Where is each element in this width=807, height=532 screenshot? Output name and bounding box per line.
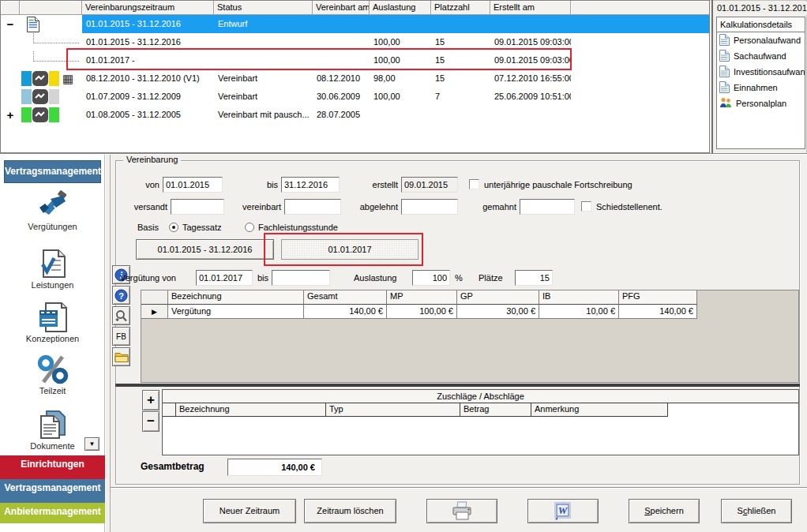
sidebar-item-konzeptionen[interactable]: Konzeptionen [0, 302, 105, 343]
column-header-vereinbart-am[interactable]: Vereinbart am [313, 1, 370, 15]
zuschlaege-col-bezeichnung[interactable]: Bezeichnung [176, 403, 326, 417]
fee-cell-gp[interactable]: 30,00 € [457, 305, 539, 319]
table-row[interactable]: 01.07.2009 - 31.12.2009 Vereinbart 30.06… [1, 88, 709, 106]
status-color-green-icon [21, 107, 32, 122]
plaetze-input[interactable] [515, 270, 553, 286]
fortschreibung-checkbox[interactable] [469, 179, 479, 189]
fee-cell-bezeichnung[interactable]: Vergütung [168, 305, 304, 319]
fee-cell-ib[interactable]: 10,00 € [539, 305, 619, 319]
calc-item-einnahmen[interactable]: Einnahmen [717, 80, 805, 96]
print-button[interactable] [426, 499, 497, 523]
status-color-blue-icon [21, 71, 32, 86]
calculator-icon: ▦ [62, 71, 73, 86]
table-row[interactable]: 01.01.2017 - 100,00 15 09.01.2015 09:03:… [1, 51, 709, 69]
word-export-button[interactable]: W [527, 499, 599, 523]
tree-connector [20, 51, 82, 69]
cell-vereinbart-am [313, 15, 370, 33]
cell-erstellt-am [490, 15, 571, 33]
column-header-platzzahl[interactable]: Platzzahl [431, 1, 490, 15]
versandt-label: versandt [122, 199, 167, 215]
button-bar-divider [111, 487, 807, 489]
fee-col-bezeichnung[interactable]: Bezeichnung [168, 290, 304, 305]
fee-cell-pfg[interactable]: 140,00 € [619, 305, 697, 319]
tree-collapse-toggle[interactable]: − [1, 15, 20, 33]
fee-selector-header [141, 290, 168, 305]
fee-cell-gesamt[interactable]: 140,00 € [304, 305, 387, 319]
tagessatz-radio[interactable] [169, 223, 178, 232]
cell-auslastung [370, 15, 431, 33]
column-header-zeitraum[interactable]: Vereinbarungszeitraum [82, 1, 214, 15]
cell-zeitraum: 01.01.2017 - [82, 51, 214, 69]
sidebar-item-verguetungen[interactable]: Vergütungen [0, 189, 105, 231]
gesamtbetrag-label: Gesamtbetrag [141, 461, 205, 472]
column-header-tree [1, 1, 20, 15]
tree-expand-toggle[interactable]: + [1, 106, 20, 124]
fee-col-pfg[interactable]: PFG [619, 290, 697, 305]
gemahnt-input[interactable] [520, 199, 575, 215]
verguetung-von-input[interactable] [196, 270, 253, 286]
auslastung-input[interactable] [412, 270, 450, 286]
fb-button[interactable]: FB [112, 327, 130, 346]
zoom-button[interactable] [112, 306, 130, 325]
sidebar-item-leistungen[interactable]: Leistungen [0, 248, 105, 290]
table-row[interactable]: + 01.08.2005 - 31.12.2005 Vereinbart mit… [1, 106, 709, 124]
sidebar-item-teilzeit[interactable]: Teilzeit [0, 354, 105, 395]
fee-table-row[interactable]: ▶ Vergütung 140,00 € 100,00 € 30,00 € 10… [141, 305, 798, 319]
status-color-green-icon [49, 107, 59, 122]
add-row-button[interactable]: + [142, 390, 160, 410]
erstellt-input[interactable] [401, 177, 458, 193]
calc-item-sachaufwand[interactable]: Sachaufwand [717, 48, 805, 64]
zuschlaege-col-anmerkung[interactable]: Anmerkung [531, 403, 668, 417]
sidebar-splitter[interactable] [105, 155, 111, 532]
column-header-erstellt-am[interactable]: Erstellt am [490, 1, 571, 15]
table-row[interactable]: 01.01.2015 - 31.12.2016 100,00 15 09.01.… [1, 33, 709, 51]
zuschlaege-col-betrag[interactable]: Betrag [460, 403, 531, 417]
schliessen-button[interactable]: Schließen [721, 499, 792, 523]
fee-cell-mp[interactable]: 100,00 € [387, 305, 457, 319]
bis-input[interactable] [281, 177, 340, 193]
dokumente-dropdown-button[interactable]: ▼ [84, 437, 99, 451]
neuer-zeitraum-button[interactable]: Neuer Zeitraum [203, 499, 296, 523]
von-label: von [131, 177, 160, 193]
speichern-button[interactable]: Speichern [629, 499, 700, 523]
table-row[interactable]: ▦ 08.12.2010 - 31.12.2010 (V1) Vereinbar… [1, 69, 709, 88]
word-icon: W [553, 502, 573, 521]
vereinbart-input[interactable] [284, 199, 341, 215]
tab-period-2015-2016[interactable]: 01.01.2015 - 31.12.2016 [136, 239, 274, 260]
cell-vereinbart-am: 30.06.2009 [313, 88, 370, 106]
fee-col-gp[interactable]: GP [457, 290, 539, 305]
remove-row-button[interactable]: − [142, 411, 160, 432]
clapperboard-document-icon [0, 302, 105, 333]
fee-col-mp[interactable]: MP [387, 290, 457, 305]
cell-erstellt-am: 25.06.2009 10:51:00 [490, 88, 571, 106]
horizontal-splitter[interactable] [115, 384, 800, 387]
calc-item-investitionsaufwand[interactable]: Investitionsaufwand [717, 64, 805, 80]
schiedsstelle-checkbox[interactable] [581, 201, 591, 212]
fee-col-gesamt[interactable]: Gesamt [304, 290, 387, 305]
calc-item-personalaufwand[interactable]: Personalaufwand [717, 32, 805, 48]
versandt-input[interactable] [171, 199, 224, 215]
zeitraum-loeschen-button[interactable]: Zeitraum löschen [304, 499, 396, 523]
fachleistungsstunde-radio[interactable] [245, 223, 254, 232]
plaetze-label: Plätze [479, 270, 503, 286]
abgelehnt-input[interactable] [401, 199, 458, 215]
tab-period-2017[interactable]: 01.01.2017 [281, 239, 419, 260]
zuschlaege-col-typ[interactable]: Typ [326, 403, 460, 417]
calc-item-personalplan[interactable]: Personalplan [717, 96, 805, 111]
vereinbarung-form-area: Vereinbarung von bis erstellt unterjähri… [111, 155, 807, 532]
section-band-anbietermanagement[interactable]: Anbietermanagement [0, 503, 105, 523]
help-button[interactable]: ? [112, 286, 130, 305]
section-band-vertragsmanagement[interactable]: Vertragsmanagement [0, 479, 105, 503]
svg-text:W: W [558, 504, 569, 516]
cell-status [214, 33, 313, 51]
verguetung-bis-input[interactable] [272, 270, 330, 286]
column-header-auslastung[interactable]: Auslastung [370, 1, 431, 15]
column-header-status[interactable]: Status [214, 1, 313, 15]
section-band-einrichtungen[interactable]: Einrichtungen [0, 455, 105, 479]
table-row[interactable]: − 01.01.2015 - 31.12.2016 Entwurf [1, 15, 709, 33]
fee-col-ib[interactable]: IB [539, 290, 619, 305]
abgelehnt-label: abgelehnt [349, 199, 398, 215]
von-input[interactable] [163, 177, 223, 193]
folder-button[interactable] [112, 347, 130, 366]
fortschreibung-label: unterjährige pauschale Fortschreibung [484, 177, 632, 193]
